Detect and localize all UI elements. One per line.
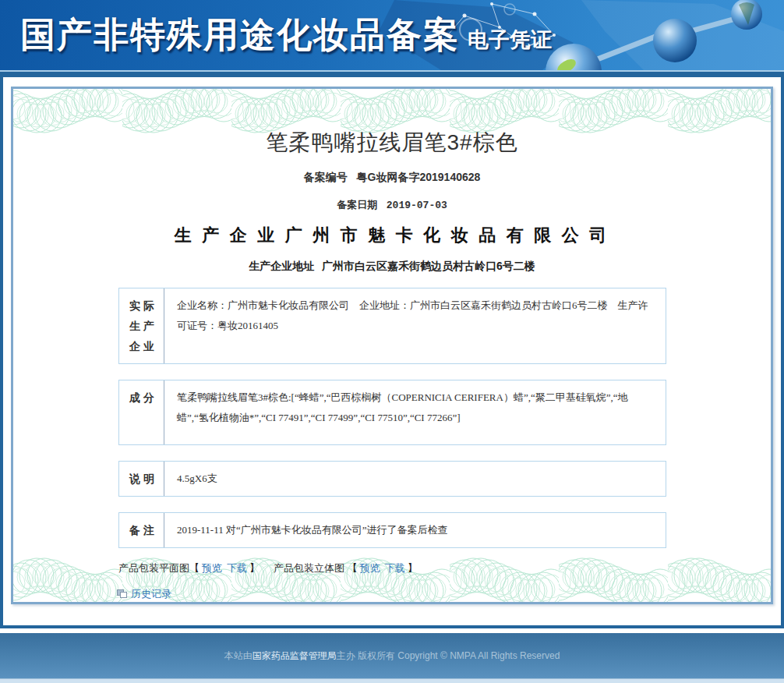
flat-download-link[interactable]: 下载 — [227, 562, 247, 574]
history-link[interactable]: 历史记录 — [131, 588, 171, 600]
record-date-line: 备案日期 2019-07-03 — [13, 198, 771, 212]
header-banner: 国产非特殊用途化妆品备案电子凭证 — [0, 0, 784, 70]
manufacturer-value: 广 州 市 魅 卡 化 妆 品 有 限 公 司 — [285, 225, 610, 245]
certificate-card: 笔柔鸭嘴拉线眉笔3#棕色 备案编号 粤G妆网备字2019140628 备案日期 … — [11, 87, 773, 604]
packaging-stereo-label: 产品包装立体图 — [274, 562, 344, 574]
packaging-links-line: 产品包装平面图【预览下载】产品包装立体图 【预览下载】 — [118, 561, 771, 575]
banner-subtitle: 电子凭证 — [468, 28, 552, 51]
manufacturer-address-line: 生产企业地址 广州市白云区嘉禾街鹤边员村古岭口6号二楼 — [13, 260, 771, 274]
history-line: 历史记录 — [117, 587, 771, 601]
info-table: 实 际 生 产 企 业 企业名称：广州市魅卡化妆品有限公司 企业地址：广州市白云… — [118, 288, 666, 548]
bracket-close: 】 — [408, 562, 418, 574]
bracket-close: 】 — [249, 562, 260, 574]
record-number-line: 备案编号 粤G妆网备字2019140628 — [13, 171, 771, 185]
history-windows-icon — [117, 589, 127, 601]
page-footer: 本站由国家药品监督管理局主办 版权所有 Copyright © NMPA All… — [0, 633, 784, 678]
footer-suffix: 主办 版权所有 Copyright © NMPA All Rights Rese… — [337, 650, 560, 661]
nmpa-org-link[interactable]: 国家药品监督管理局 — [253, 650, 337, 661]
flat-preview-link[interactable]: 预览 — [202, 562, 222, 574]
row-value: 2019-11-11 对“广州市魅卡化妆品有限公司”进行了备案后检查 — [164, 513, 666, 547]
bracket-open: 【 — [348, 562, 358, 574]
record-number-label: 备案编号 — [304, 171, 348, 183]
product-title: 笔柔鸭嘴拉线眉笔3#棕色 — [13, 128, 771, 157]
record-date-value: 2019-07-03 — [387, 200, 447, 211]
footer-prefix: 本站由 — [224, 650, 253, 661]
banner-title: 国产非特殊用途化妆品备案 — [20, 15, 460, 55]
manufacturer-address-value: 广州市白云区嘉禾街鹤边员村古岭口6号二楼 — [322, 260, 535, 272]
bracket-open: 【 — [189, 562, 200, 574]
row-actual-manufacturer: 实 际 生 产 企 业 企业名称：广州市魅卡化妆品有限公司 企业地址：广州市白云… — [118, 288, 666, 364]
row-label: 说 明 — [119, 462, 164, 496]
row-ingredients: 成 分 笔柔鸭嘴拉线眉笔3#棕色:[“蜂蜡”,“巴西棕榈树（COPERNICIA… — [118, 380, 666, 445]
record-date-label: 备案日期 — [337, 199, 377, 211]
manufacturer-label: 生 产 企 业 — [175, 225, 278, 245]
row-value: 4.5gX6支 — [164, 462, 666, 496]
row-remarks: 备 注 2019-11-11 对“广州市魅卡化妆品有限公司”进行了备案后检查 — [118, 512, 666, 548]
stereo-preview-link[interactable]: 预览 — [360, 562, 380, 574]
row-value: 企业名称：广州市魅卡化妆品有限公司 企业地址：广州市白云区嘉禾街鹤边员村古岭口6… — [164, 288, 666, 363]
row-value: 笔柔鸭嘴拉线眉笔3#棕色:[“蜂蜡”,“巴西棕榈树（COPERNICIA CER… — [164, 380, 666, 444]
packaging-flat-label: 产品包装平面图 — [118, 562, 189, 574]
manufacturer-address-label: 生产企业地址 — [249, 260, 314, 272]
manufacturer-line: 生 产 企 业 广 州 市 魅 卡 化 妆 品 有 限 公 司 — [13, 224, 771, 247]
row-label: 实 际 生 产 企 业 — [119, 288, 164, 363]
bottom-strip — [0, 678, 784, 683]
page-frame: 笔柔鸭嘴拉线眉笔3#棕色 备案编号 粤G妆网备字2019140628 备案日期 … — [0, 72, 784, 628]
row-label: 成 分 — [119, 380, 164, 444]
row-description: 说 明 4.5gX6支 — [118, 461, 666, 497]
record-number-value: 粤G妆网备字2019140628 — [357, 171, 481, 183]
stereo-download-link[interactable]: 下载 — [385, 562, 405, 574]
row-label: 备 注 — [119, 513, 164, 547]
